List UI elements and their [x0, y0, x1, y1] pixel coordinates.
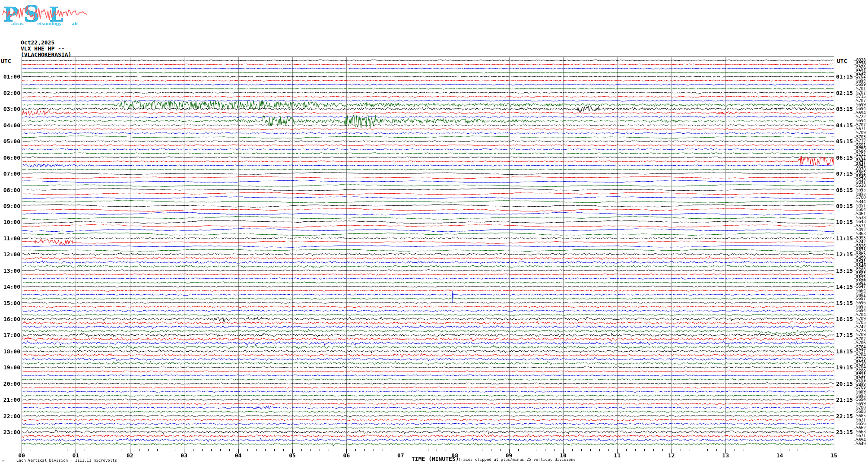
right-time-label: 11:15 — [836, 235, 853, 242]
right-time-label: 20:15 — [836, 381, 853, 387]
left-time-label: 19:00 — [0, 364, 20, 371]
left-time-label: 22:00 — [0, 413, 20, 419]
seismogram-plot — [0, 0, 868, 466]
right-time-label: 08:15 — [836, 187, 853, 193]
helicorder-page: PSLatraseismologyab Oct22,2025 VLX HHE H… — [0, 0, 868, 466]
right-time-label: 16:15 — [836, 316, 853, 322]
left-time-label: 04:00 — [0, 122, 20, 129]
minute-label: 03 — [181, 452, 187, 459]
minute-label: 01 — [73, 452, 79, 459]
x-axis-title: TIME (MINUTES) — [412, 456, 459, 462]
left-time-label: 20:00 — [0, 381, 20, 387]
right-time-label: 13:15 — [836, 268, 853, 274]
right-time-label: 09:15 — [836, 203, 853, 209]
right-time-label: 04:15 — [836, 122, 853, 129]
left-time-label: 13:00 — [0, 268, 20, 274]
right-time-label: 06:15 — [836, 154, 853, 161]
left-time-label: 02:00 — [0, 90, 20, 96]
right-time-label: 18:15 — [836, 348, 853, 355]
left-time-label: 09:00 — [0, 203, 20, 209]
minute-label: 12 — [668, 452, 675, 459]
right-time-label: 15:15 — [836, 300, 853, 306]
right-time-label: 03:15 — [836, 106, 853, 112]
left-time-label: 16:00 — [0, 316, 20, 322]
right-time-label: 01:15 — [836, 73, 853, 80]
left-time-label: 21:00 — [0, 397, 20, 403]
left-time-label: 08:00 — [0, 187, 20, 193]
right-time-label: 19:15 — [836, 364, 853, 371]
division-note: Each Vertical Division = 1111.11 microvo… — [16, 458, 117, 463]
left-time-label: 05:00 — [0, 138, 20, 145]
left-time-label: 11:00 — [0, 235, 20, 242]
right-time-label: 07:15 — [836, 170, 853, 177]
right-time-label: 21:15 — [836, 397, 853, 403]
minute-label: 05 — [289, 452, 296, 459]
left-time-label: 23:00 — [0, 429, 20, 435]
minute-label: 13 — [722, 452, 729, 459]
minute-label: 06 — [343, 452, 350, 459]
minute-label: 15 — [830, 452, 837, 459]
left-time-label: 07:00 — [0, 170, 20, 177]
left-time-label: 15:00 — [0, 300, 20, 306]
right-time-label: 05:15 — [836, 138, 853, 145]
minute-label: 14 — [776, 452, 783, 459]
minute-label: 04 — [235, 452, 242, 459]
left-time-label: 18:00 — [0, 348, 20, 355]
left-time-label: 14:00 — [0, 283, 20, 290]
left-time-label: 03:00 — [0, 106, 20, 112]
right-time-label: 14:15 — [836, 283, 853, 290]
right-time-label: 10:15 — [836, 219, 853, 225]
right-time-label: 12:15 — [836, 251, 853, 258]
left-time-label: 01:00 — [0, 73, 20, 80]
minute-label: 00 — [18, 452, 25, 459]
left-time-label: 17:00 — [0, 332, 20, 338]
corner-mark: M — [3, 460, 4, 463]
right-time-label: 02:15 — [836, 90, 853, 96]
left-time-label: 06:00 — [0, 154, 20, 161]
minute-label: 11 — [614, 452, 621, 459]
trace-mean-value: -5649 — [854, 441, 866, 446]
clip-note: Traces clipped at plus/minus 25 vertical… — [459, 457, 576, 462]
left-time-label: 12:00 — [0, 251, 20, 258]
right-time-label: 17:15 — [836, 332, 853, 338]
left-time-label: 10:00 — [0, 219, 20, 225]
minute-label: 07 — [397, 452, 404, 459]
right-time-label: 23:15 — [836, 429, 853, 435]
right-time-label: 22:15 — [836, 413, 853, 419]
minute-label: 02 — [127, 452, 133, 459]
